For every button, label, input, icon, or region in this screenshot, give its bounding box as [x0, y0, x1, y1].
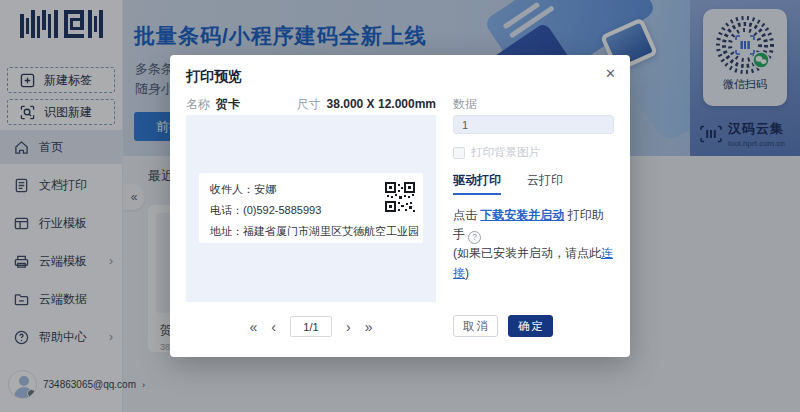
- size-value: 38.000 X 12.000mm: [327, 97, 436, 111]
- driver-help-text: 点击 下载安装并启动 打印助手? (如果已安装并启动，请点此连接): [453, 206, 614, 283]
- page-indicator: 1/1: [290, 316, 332, 337]
- download-install-link[interactable]: 下载安装并启动: [480, 208, 564, 222]
- print-preview-modal: 打印预览 ✕ 名称贺卡 尺寸38.000 X 12.000mm 数据 收件人：安…: [170, 55, 630, 357]
- checkbox-icon[interactable]: [453, 147, 465, 159]
- copies-input[interactable]: [453, 115, 614, 134]
- label-preview-card: 收件人：安娜 电话：(0)592-5885993 地址：福建省厦门市湖里区艾德航…: [199, 173, 423, 243]
- tab-driver-print[interactable]: 驱动打印: [453, 172, 501, 189]
- modal-footer-buttons: 取消 确定: [453, 315, 553, 337]
- confirm-button[interactable]: 确定: [508, 315, 553, 337]
- print-mode-tabs: 驱动打印 云打印: [453, 172, 614, 189]
- help-text: (如果已安装并启动，请点此: [453, 246, 601, 260]
- name-value: 贺卡: [216, 97, 240, 111]
- data-label: 数据: [453, 97, 477, 111]
- help-text: 点击: [453, 208, 480, 222]
- first-page-button[interactable]: «: [250, 320, 258, 334]
- modal-title: 打印预览: [186, 68, 242, 86]
- next-page-button[interactable]: ›: [346, 320, 351, 334]
- size-label: 尺寸: [297, 97, 321, 111]
- print-background-checkbox-row: 打印背景图片: [453, 145, 614, 160]
- recipient-line: 收件人：安娜: [210, 182, 412, 197]
- app-root: 新建标签 识图新建 首页 文档打印: [0, 0, 800, 412]
- tab-cloud-print[interactable]: 云打印: [527, 172, 563, 189]
- help-text: ): [465, 266, 469, 280]
- phone-line: 电话：(0)592-5885993: [210, 203, 412, 218]
- print-background-label: 打印背景图片: [471, 145, 540, 160]
- last-page-button[interactable]: »: [365, 320, 373, 334]
- page-pagination: « ‹ 1/1 › »: [186, 316, 436, 337]
- modal-side-panel: 打印背景图片 驱动打印 云打印 点击 下载安装并启动 打印助手? (如果已安装并…: [453, 115, 614, 283]
- prev-page-button[interactable]: ‹: [271, 320, 276, 334]
- print-preview-canvas: 收件人：安娜 电话：(0)592-5885993 地址：福建省厦门市湖里区艾德航…: [186, 115, 436, 302]
- modal-meta-row: 名称贺卡 尺寸38.000 X 12.000mm 数据: [186, 96, 614, 113]
- qr-code-icon: [385, 182, 415, 212]
- close-icon[interactable]: ✕: [605, 66, 616, 81]
- help-circle-icon[interactable]: ?: [468, 231, 481, 244]
- name-label: 名称: [186, 97, 210, 111]
- help-line-1: 点击 下载安装并启动 打印助手?: [453, 206, 614, 244]
- help-line-2: (如果已安装并启动，请点此连接): [453, 244, 614, 282]
- address-line: 地址：福建省厦门市湖里区艾德航空工业园: [210, 224, 412, 239]
- cancel-button[interactable]: 取消: [453, 315, 498, 337]
